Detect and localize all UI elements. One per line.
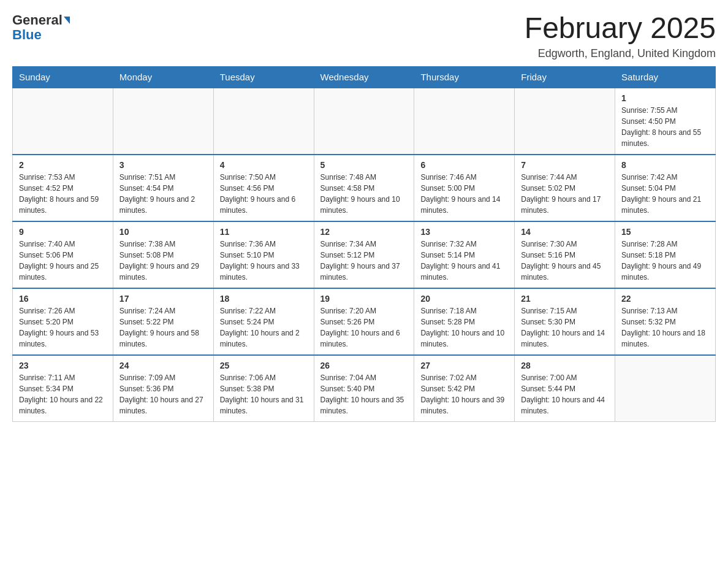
day-info: Sunrise: 7:26 AM Sunset: 5:20 PM Dayligh… (19, 305, 107, 350)
calendar-cell: 18Sunrise: 7:22 AM Sunset: 5:24 PM Dayli… (213, 288, 314, 355)
calendar-cell: 16Sunrise: 7:26 AM Sunset: 5:20 PM Dayli… (13, 288, 113, 355)
calendar-cell: 24Sunrise: 7:09 AM Sunset: 5:36 PM Dayli… (113, 355, 213, 422)
calendar-cell: 20Sunrise: 7:18 AM Sunset: 5:28 PM Dayli… (414, 288, 515, 355)
logo-arrow-icon (64, 17, 70, 24)
weekday-header-monday: Monday (113, 66, 213, 88)
calendar-cell: 6Sunrise: 7:46 AM Sunset: 5:00 PM Daylig… (414, 155, 515, 221)
day-info: Sunrise: 7:20 AM Sunset: 5:26 PM Dayligh… (320, 305, 408, 350)
day-number: 23 (19, 361, 107, 370)
calendar-cell: 26Sunrise: 7:04 AM Sunset: 5:40 PM Dayli… (314, 355, 414, 422)
day-number: 21 (521, 294, 609, 304)
day-number: 5 (320, 160, 408, 170)
title-section: February 2025 Edgworth, England, United … (525, 12, 716, 60)
day-info: Sunrise: 7:53 AM Sunset: 4:52 PM Dayligh… (19, 172, 107, 216)
day-number: 10 (119, 227, 207, 237)
day-info: Sunrise: 7:09 AM Sunset: 5:36 PM Dayligh… (119, 372, 207, 416)
day-info: Sunrise: 7:40 AM Sunset: 5:06 PM Dayligh… (19, 239, 107, 283)
calendar-cell: 7Sunrise: 7:44 AM Sunset: 5:02 PM Daylig… (515, 155, 615, 221)
day-info: Sunrise: 7:13 AM Sunset: 5:32 PM Dayligh… (621, 305, 709, 350)
calendar-cell (314, 88, 414, 155)
weekday-header-tuesday: Tuesday (213, 66, 314, 88)
calendar-cell: 23Sunrise: 7:11 AM Sunset: 5:34 PM Dayli… (13, 355, 113, 422)
day-info: Sunrise: 7:30 AM Sunset: 5:16 PM Dayligh… (521, 239, 609, 283)
calendar-cell: 5Sunrise: 7:48 AM Sunset: 4:58 PM Daylig… (314, 155, 414, 221)
day-info: Sunrise: 7:34 AM Sunset: 5:12 PM Dayligh… (320, 239, 408, 283)
calendar-header: SundayMondayTuesdayWednesdayThursdayFrid… (13, 66, 716, 88)
day-info: Sunrise: 7:42 AM Sunset: 5:04 PM Dayligh… (621, 172, 709, 216)
day-info: Sunrise: 7:02 AM Sunset: 5:42 PM Dayligh… (420, 372, 508, 416)
calendar-cell (113, 88, 213, 155)
calendar-cell: 12Sunrise: 7:34 AM Sunset: 5:12 PM Dayli… (314, 221, 414, 288)
day-number: 13 (420, 227, 508, 237)
month-title: February 2025 (525, 12, 716, 45)
logo-blue-text: Blue (12, 27, 42, 43)
calendar-cell: 27Sunrise: 7:02 AM Sunset: 5:42 PM Dayli… (414, 355, 515, 422)
day-info: Sunrise: 7:51 AM Sunset: 4:54 PM Dayligh… (119, 172, 207, 216)
weekday-header-saturday: Saturday (615, 66, 716, 88)
day-number: 7 (521, 160, 609, 170)
day-number: 11 (220, 227, 308, 237)
day-info: Sunrise: 7:48 AM Sunset: 4:58 PM Dayligh… (320, 172, 408, 216)
calendar-cell: 15Sunrise: 7:28 AM Sunset: 5:18 PM Dayli… (615, 221, 716, 288)
day-info: Sunrise: 7:04 AM Sunset: 5:40 PM Dayligh… (320, 372, 408, 416)
day-number: 16 (19, 294, 107, 304)
day-number: 17 (119, 294, 207, 304)
day-number: 14 (521, 227, 609, 237)
calendar-table: SundayMondayTuesdayWednesdayThursdayFrid… (12, 66, 716, 422)
week-row-2: 2Sunrise: 7:53 AM Sunset: 4:52 PM Daylig… (13, 155, 716, 221)
calendar-cell (414, 88, 515, 155)
logo: General Blue (12, 12, 70, 43)
calendar-cell: 8Sunrise: 7:42 AM Sunset: 5:04 PM Daylig… (615, 155, 716, 221)
day-info: Sunrise: 7:28 AM Sunset: 5:18 PM Dayligh… (621, 239, 709, 283)
day-number: 2 (19, 160, 107, 170)
calendar-body: 1Sunrise: 7:55 AM Sunset: 4:50 PM Daylig… (13, 88, 716, 422)
week-row-5: 23Sunrise: 7:11 AM Sunset: 5:34 PM Dayli… (13, 355, 716, 422)
calendar-cell: 21Sunrise: 7:15 AM Sunset: 5:30 PM Dayli… (515, 288, 615, 355)
day-number: 4 (220, 160, 308, 170)
weekday-header-friday: Friday (515, 66, 615, 88)
calendar-cell: 14Sunrise: 7:30 AM Sunset: 5:16 PM Dayli… (515, 221, 615, 288)
logo-general-text: General (12, 12, 63, 28)
day-info: Sunrise: 7:38 AM Sunset: 5:08 PM Dayligh… (119, 239, 207, 283)
day-number: 9 (19, 227, 107, 237)
calendar-cell: 17Sunrise: 7:24 AM Sunset: 5:22 PM Dayli… (113, 288, 213, 355)
calendar-cell: 3Sunrise: 7:51 AM Sunset: 4:54 PM Daylig… (113, 155, 213, 221)
calendar-cell: 4Sunrise: 7:50 AM Sunset: 4:56 PM Daylig… (213, 155, 314, 221)
calendar-cell (515, 88, 615, 155)
calendar-cell: 1Sunrise: 7:55 AM Sunset: 4:50 PM Daylig… (615, 88, 716, 155)
day-info: Sunrise: 7:55 AM Sunset: 4:50 PM Dayligh… (621, 105, 709, 149)
day-number: 19 (320, 294, 408, 304)
day-info: Sunrise: 7:11 AM Sunset: 5:34 PM Dayligh… (19, 372, 107, 416)
calendar-cell (13, 88, 113, 155)
day-info: Sunrise: 7:32 AM Sunset: 5:14 PM Dayligh… (420, 239, 508, 283)
day-number: 3 (119, 160, 207, 170)
week-row-3: 9Sunrise: 7:40 AM Sunset: 5:06 PM Daylig… (13, 221, 716, 288)
day-number: 28 (521, 361, 609, 370)
day-number: 25 (220, 361, 308, 370)
day-number: 15 (621, 227, 709, 237)
day-number: 26 (320, 361, 408, 370)
day-number: 20 (420, 294, 508, 304)
calendar-cell: 13Sunrise: 7:32 AM Sunset: 5:14 PM Dayli… (414, 221, 515, 288)
weekday-header-row: SundayMondayTuesdayWednesdayThursdayFrid… (13, 66, 716, 88)
day-number: 24 (119, 361, 207, 370)
day-info: Sunrise: 7:06 AM Sunset: 5:38 PM Dayligh… (220, 372, 308, 416)
day-number: 8 (621, 160, 709, 170)
day-info: Sunrise: 7:24 AM Sunset: 5:22 PM Dayligh… (119, 305, 207, 350)
weekday-header-sunday: Sunday (13, 66, 113, 88)
day-number: 22 (621, 294, 709, 304)
calendar-cell: 11Sunrise: 7:36 AM Sunset: 5:10 PM Dayli… (213, 221, 314, 288)
weekday-header-thursday: Thursday (414, 66, 515, 88)
location: Edgworth, England, United Kingdom (525, 47, 716, 60)
day-info: Sunrise: 7:22 AM Sunset: 5:24 PM Dayligh… (220, 305, 308, 350)
day-info: Sunrise: 7:44 AM Sunset: 5:02 PM Dayligh… (521, 172, 609, 216)
calendar-cell: 22Sunrise: 7:13 AM Sunset: 5:32 PM Dayli… (615, 288, 716, 355)
day-info: Sunrise: 7:36 AM Sunset: 5:10 PM Dayligh… (220, 239, 308, 283)
calendar-cell: 10Sunrise: 7:38 AM Sunset: 5:08 PM Dayli… (113, 221, 213, 288)
day-info: Sunrise: 7:50 AM Sunset: 4:56 PM Dayligh… (220, 172, 308, 216)
logo-general: General (12, 12, 70, 28)
day-number: 27 (420, 361, 508, 370)
day-number: 12 (320, 227, 408, 237)
calendar-cell: 19Sunrise: 7:20 AM Sunset: 5:26 PM Dayli… (314, 288, 414, 355)
day-number: 6 (420, 160, 508, 170)
